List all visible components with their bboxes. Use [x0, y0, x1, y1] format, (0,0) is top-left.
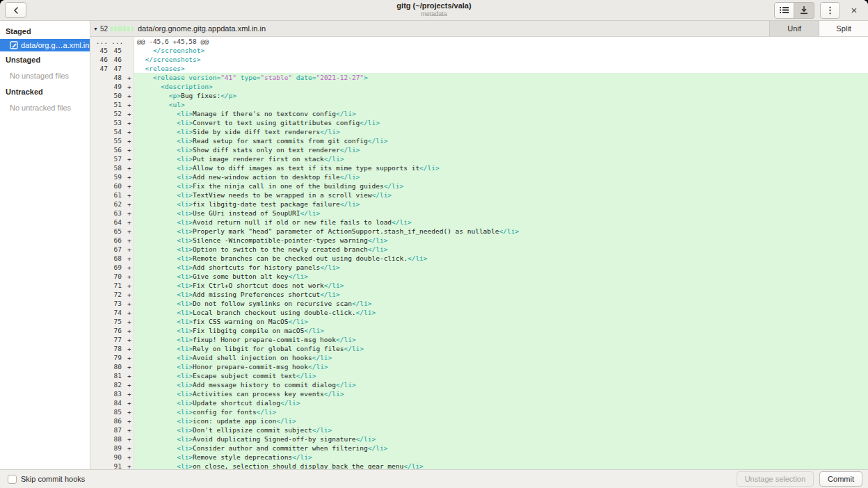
history-list-view-button[interactable]	[774, 2, 794, 19]
diff-line-row[interactable]: 78+ <li>Rely on libgit for global config…	[90, 344, 868, 353]
diff-line-row[interactable]: 76+ <li>Fix libgitg compile on macOS</li…	[90, 326, 868, 335]
diff-line-row[interactable]: 73+ <li>Do not follow symlinks on recurs…	[90, 299, 868, 308]
diff-line-row[interactable]: 86+ <li>icon: update app icon</li>	[90, 416, 868, 425]
diff-sign: +	[125, 326, 134, 335]
diff-line-row[interactable]: 50+ <p>Bug fixes:</p>	[90, 91, 868, 100]
diff-line-code: <li>Update shortcut dialog</li>	[134, 398, 868, 407]
diff-line-row[interactable]: 75+ <li>fix CSS warning on MacOS</li>	[90, 317, 868, 326]
unstage-selection-button[interactable]: Unstage selection	[737, 471, 814, 487]
old-line-number	[90, 163, 111, 172]
diff-line-code: <li>Avoid shell injection on hooks</li>	[134, 353, 868, 362]
diff-line-row[interactable]: 82+ <li>Add message history to commit di…	[90, 380, 868, 389]
new-line-number: 68	[111, 254, 125, 263]
diff-line-row[interactable]: 66+ <li>Silence -Wincompatible-pointer-t…	[90, 236, 868, 245]
old-line-number	[90, 389, 111, 398]
diff-sign: +	[125, 209, 134, 218]
diff-line-row[interactable]: 79+ <li>Avoid shell injection on hooks</…	[90, 353, 868, 362]
sidebar-section-label: Untracked	[0, 83, 90, 99]
diff-line-code: <li>TextView needs to be wrapped in a sc…	[134, 190, 868, 200]
split-view-button[interactable]: Split	[819, 21, 868, 36]
old-line-number	[90, 218, 111, 227]
diff-file-header: ▼ 52 data/org.gnome.gitg.appdata.xml.in.…	[90, 21, 868, 37]
collapse-expander-icon[interactable]: ▼	[93, 26, 98, 31]
diff-line-row[interactable]: 56+ <li>Show diff stats only on text ren…	[90, 145, 868, 154]
sidebar-section-label: Staged	[0, 23, 90, 39]
diff-line-row[interactable]: 58+ <li>Allow to diff images as text if …	[90, 163, 868, 172]
diff-line-row[interactable]: 89+ <li>Consider author and committer wh…	[90, 444, 868, 453]
diff-line-row[interactable]: 59+ <li>Add new-window action to desktop…	[90, 172, 868, 181]
unified-view-button[interactable]: Unif	[769, 21, 819, 36]
diff-line-row[interactable]: 91+ <li>on close, selection should displ…	[90, 462, 868, 469]
diff-line-row[interactable]: 90+ <li>Remove style deprecations</li>	[90, 453, 868, 462]
diff-line-row[interactable]: 87+ <li>Don't ellipsize commit subject</…	[90, 425, 868, 434]
diff-line-row[interactable]: 53+ <li>Convert to text using gitattribu…	[90, 118, 868, 127]
diff-line-row[interactable]: 67+ <li>Option to switch to the newly cr…	[90, 245, 868, 254]
old-line-number	[90, 326, 111, 335]
diff-line-row[interactable]: 77+ <li>fixup! Honor prepare-commit-msg …	[90, 335, 868, 344]
diff-line-row[interactable]: 83+ <li>Activities can process key event…	[90, 389, 868, 398]
diff-line-code: <li>Silence -Wincompatible-pointer-types…	[134, 236, 868, 245]
diff-line-code: <li>config for fonts</li>	[134, 407, 868, 416]
new-line-number: 76	[111, 326, 125, 335]
new-line-number: 80	[111, 362, 125, 371]
diff-line-row[interactable]: 4747 <releases>	[90, 64, 868, 73]
back-button[interactable]	[5, 2, 26, 18]
diff-line-code: <li>Put image renderer first on stack</l…	[134, 154, 868, 163]
diff-sign: +	[125, 425, 134, 434]
diff-line-row[interactable]: 71+ <li>Fix Ctrl+O shortcut does not wor…	[90, 281, 868, 290]
old-line-number	[90, 362, 111, 371]
commit-view-button[interactable]	[794, 2, 814, 19]
diff-line-row[interactable]: 65+ <li>Properly mark "head" parameter o…	[90, 227, 868, 236]
chevron-left-icon	[13, 7, 19, 14]
window-close-button[interactable]: ×	[846, 3, 862, 18]
skip-commit-hooks-option[interactable]: Skip commit hooks	[8, 475, 85, 484]
diff-line-row[interactable]: 55+ <li>Read setup for smart commits fro…	[90, 136, 868, 145]
diff-line-row[interactable]: 51+ <ul>	[90, 100, 868, 109]
diff-line-code: <li>Add new-window action to desktop fil…	[134, 172, 868, 181]
diff-line-row[interactable]: 4646 </screenshots>	[90, 55, 868, 64]
new-line-number: 75	[111, 317, 125, 326]
sidebar-item-file[interactable]: data/org.g…a.xml.in.in	[0, 39, 90, 51]
commit-button[interactable]: Commit	[819, 471, 862, 487]
diff-line-row[interactable]: 61+ <li>TextView needs to be wrapped in …	[90, 190, 868, 200]
new-line-number: 59	[111, 172, 125, 181]
diff-sign: +	[125, 308, 134, 317]
diff-line-row[interactable]: 70+ <li>Give some button alt key</li>	[90, 272, 868, 281]
diff-line-row[interactable]: 64+ <li>Avoid return null if old or new …	[90, 218, 868, 227]
diff-line-row[interactable]: 63+ <li>Use GUri instead of SoupURI</li>	[90, 209, 868, 218]
diff-line-row[interactable]: 49+ <description>	[90, 82, 868, 91]
diff-line-row[interactable]: 72+ <li>Add missing Preferences shortcut…	[90, 290, 868, 299]
diff-line-row[interactable]: 85+ <li>config for fonts</li>	[90, 407, 868, 416]
new-line-number: 58	[111, 163, 125, 172]
skip-commit-hooks-checkbox[interactable]	[8, 475, 17, 484]
diff-line-row[interactable]: 81+ <li>Escape subject commit text</li>	[90, 371, 868, 380]
diff-sign	[125, 64, 134, 73]
old-line-number	[90, 416, 111, 425]
diff-line-row[interactable]: 60+ <li>Fix the ninja call in one of the…	[90, 181, 868, 190]
vertical-ellipsis-icon: ⋮	[826, 6, 835, 15]
diff-line-row[interactable]: 74+ <li>Local branch checkout using doub…	[90, 308, 868, 317]
modified-file-icon	[10, 41, 18, 49]
diff-view[interactable]: ......@@ -45,6 +45,58 @@4545 </screensho…	[90, 37, 868, 469]
diff-line-row[interactable]: 80+ <li>Honor prepare-commit-msg hook</l…	[90, 362, 868, 371]
old-line-number: 46	[90, 55, 111, 64]
diff-line-row[interactable]: ......@@ -45,6 +45,58 @@	[90, 37, 868, 46]
sidebar-item-label: data/org.g…a.xml.in.in	[21, 41, 90, 49]
commit-download-icon	[800, 6, 808, 15]
new-line-number: 71	[111, 281, 125, 290]
diff-line-row[interactable]: 62+ <li>fix libgitg-date test package fa…	[90, 200, 868, 209]
diff-line-row[interactable]: 84+ <li>Update shortcut dialog</li>	[90, 398, 868, 407]
primary-menu-button[interactable]: ⋮	[820, 2, 840, 19]
diff-line-row[interactable]: 48+ <release version="41" type="stable" …	[90, 73, 868, 82]
diff-line-row[interactable]: 69+ <li>Add shortcuts for history panels…	[90, 263, 868, 272]
diff-line-row[interactable]: 88+ <li>Avoid duplicating Signed-off-by …	[90, 434, 868, 444]
diff-line-row[interactable]: 4545 </screenshot>	[90, 46, 868, 55]
diff-line-row[interactable]: 68+ <li>Remote branches can be checked o…	[90, 254, 868, 263]
diff-line-row[interactable]: 52+ <li>Manage if there's no textconv co…	[90, 109, 868, 118]
new-line-number: 83	[111, 389, 125, 398]
diff-line-row[interactable]: 57+ <li>Put image renderer first on stac…	[90, 154, 868, 163]
gitg-window: gitg (~/projects/vala) metadata	[0, 0, 868, 488]
new-line-number: 62	[111, 200, 125, 209]
diff-line-row[interactable]: 54+ <li>Side by side diff text renderers…	[90, 127, 868, 136]
diff-sign: +	[125, 299, 134, 308]
